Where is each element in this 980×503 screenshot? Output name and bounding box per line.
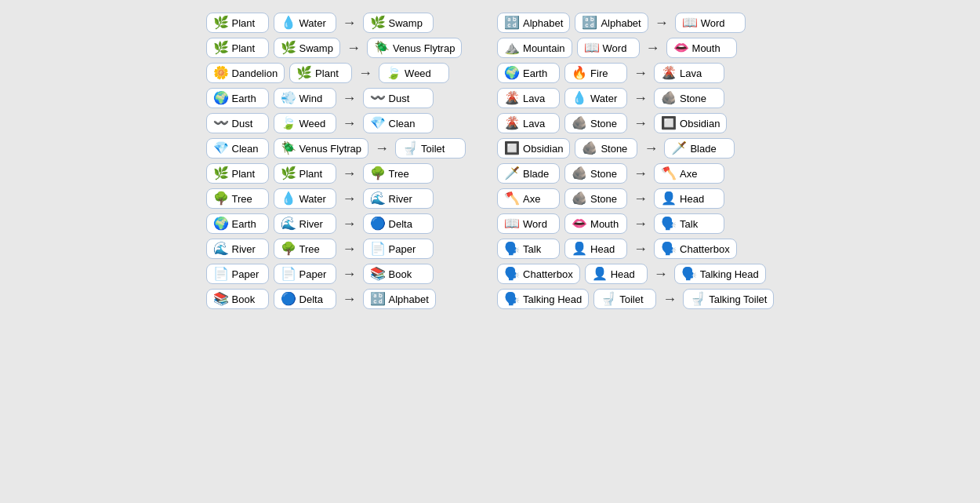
ingredient-label: Alphabet — [601, 17, 641, 29]
ingredient-box: 📚Book — [206, 289, 269, 309]
ingredient-icon: 🌿 — [296, 67, 312, 79]
result-box: 🚽Talking Toilet — [683, 289, 774, 309]
ingredient-label: Word — [603, 42, 627, 54]
ingredient-icon: 🌳 — [213, 192, 229, 205]
recipe-row: 🌊River🌳Tree→📄Paper — [206, 239, 466, 259]
ingredient-box: 🔡Alphabet — [575, 13, 648, 33]
ingredient-label: Talking Head — [523, 293, 582, 305]
recipe-row: 🗣️Chatterbox👤Head→🗣️Talking Head — [497, 264, 774, 284]
result-box: 🔡Alphabet — [363, 289, 436, 309]
ingredient-box: 📄Paper — [274, 264, 336, 284]
ingredient-label: Earth — [232, 93, 256, 104]
arrow-icon: → — [633, 241, 648, 257]
arrow-icon: → — [375, 140, 389, 157]
arrow-icon: → — [644, 140, 658, 157]
ingredient-icon: 👤 — [592, 268, 608, 280]
recipe-row: 🗣️Talk👤Head→🗣️Chatterbox — [497, 239, 774, 259]
ingredient-box: 🌳Tree — [206, 188, 269, 209]
recipe-row: 🗣️Talking Head🚽Toilet→🚽Talking Toilet — [497, 289, 774, 309]
ingredient-box: 🪨Stone — [564, 113, 627, 133]
result-icon: 📄 — [370, 242, 386, 255]
ingredient-label: Tree — [232, 193, 252, 205]
ingredient-label: Water — [590, 93, 617, 104]
recipe-row: 📖Word👄Mouth→🗣️Talk — [497, 213, 774, 234]
recipe-row: 🗡️Blade🪨Stone→🪓Axe — [497, 163, 774, 184]
ingredient-box: 🚽Toilet — [593, 289, 656, 309]
result-box: 👄Mouth — [666, 38, 737, 58]
result-box: 🗣️Talking Head — [674, 264, 766, 284]
arrow-icon: → — [633, 65, 648, 82]
ingredient-label: Head — [590, 243, 615, 255]
ingredient-box: 💧Water — [274, 188, 336, 209]
result-label: Clean — [389, 118, 416, 129]
arrow-icon: → — [343, 15, 357, 31]
main-container: 🌿Plant💧Water→🌿Swamp🌿Plant🌿Swamp→🪲Venus F… — [206, 13, 775, 309]
recipe-row: 〰️Dust🍃Weed→💎Clean — [206, 113, 466, 133]
ingredient-label: Water — [299, 17, 326, 29]
result-label: Talking Head — [700, 268, 759, 280]
ingredient-icon: 🗡️ — [504, 167, 520, 180]
ingredient-box: 🌊River — [206, 239, 269, 259]
ingredient-icon: 🔡 — [504, 16, 520, 29]
ingredient-label: Lava — [523, 93, 545, 104]
result-box: 🪓Axe — [654, 163, 724, 184]
arrow-icon: → — [633, 90, 648, 107]
result-label: Word — [701, 17, 725, 29]
ingredient-label: Mountain — [523, 42, 564, 54]
ingredient-icon: 🪓 — [504, 192, 520, 205]
result-icon: 〰️ — [370, 92, 386, 104]
arrow-icon: → — [633, 216, 648, 232]
ingredient-box: 🌍Earth — [206, 213, 269, 234]
ingredient-label: Obsidian — [523, 143, 563, 155]
recipe-row: 🌍Earth🔥Fire→🌋Lava — [497, 63, 774, 83]
result-label: Swamp — [389, 17, 423, 29]
ingredient-box: 🪨Stone — [564, 163, 627, 184]
arrow-icon: → — [343, 216, 357, 232]
ingredient-icon: 🌋 — [504, 117, 520, 129]
ingredient-icon: 🌊 — [281, 217, 296, 230]
ingredient-icon: 🪲 — [281, 142, 296, 155]
ingredient-box: 🌍Earth — [206, 88, 269, 108]
ingredient-label: Water — [299, 193, 326, 205]
ingredient-box: 👄Mouth — [564, 213, 627, 234]
arrow-icon: → — [633, 166, 648, 182]
ingredient-icon: 💧 — [281, 192, 296, 205]
arrow-icon: → — [655, 15, 669, 31]
ingredient-icon: 🌿 — [213, 42, 229, 54]
ingredient-label: Dandelion — [232, 67, 278, 79]
result-box: 🌿Swamp — [363, 13, 434, 33]
ingredient-icon: 🌋 — [504, 92, 520, 104]
result-label: Chatterbox — [680, 243, 730, 255]
arrow-icon: → — [347, 40, 361, 56]
recipe-row: 🌿Plant🌿Swamp→🪲Venus Flytrap — [206, 38, 466, 58]
result-box: 🌊River — [363, 188, 434, 209]
ingredient-box: 🌿Plant — [206, 38, 269, 58]
result-icon: 🌋 — [661, 67, 677, 79]
ingredient-label: Blade — [523, 168, 549, 180]
result-label: Blade — [690, 143, 716, 155]
result-icon: 🪲 — [374, 42, 390, 54]
ingredient-box: 🌿Plant — [289, 63, 352, 83]
ingredient-box: 🌳Tree — [274, 239, 336, 259]
ingredient-label: Head — [611, 268, 635, 280]
arrow-icon: → — [662, 291, 677, 308]
ingredient-label: Weed — [299, 118, 326, 129]
ingredient-icon: 🚽 — [601, 293, 616, 305]
ingredient-box: 🌊River — [274, 213, 336, 234]
ingredient-box: 💨Wind — [274, 88, 336, 108]
result-box: 🌋Lava — [654, 63, 724, 83]
recipe-row: 🌋Lava🪨Stone→🔲Obsidian — [497, 113, 774, 133]
ingredient-icon: 🪨 — [572, 192, 587, 205]
result-box: 📄Paper — [363, 239, 434, 259]
ingredient-label: Stone — [590, 118, 617, 129]
recipe-row: 🌿Plant💧Water→🌿Swamp — [206, 13, 466, 33]
result-box: 👤Head — [654, 188, 724, 209]
result-label: Dust — [389, 93, 410, 104]
result-box: 🔲Obsidian — [654, 113, 727, 133]
ingredient-icon: ⛰️ — [504, 42, 520, 54]
recipe-row: ⛰️Mountain📖Word→👄Mouth — [497, 38, 774, 58]
result-box: 🪲Venus Flytrap — [367, 38, 463, 58]
result-label: Tree — [389, 168, 409, 180]
ingredient-box: 🌿Swamp — [274, 38, 340, 58]
result-icon: 🗣️ — [661, 242, 677, 255]
